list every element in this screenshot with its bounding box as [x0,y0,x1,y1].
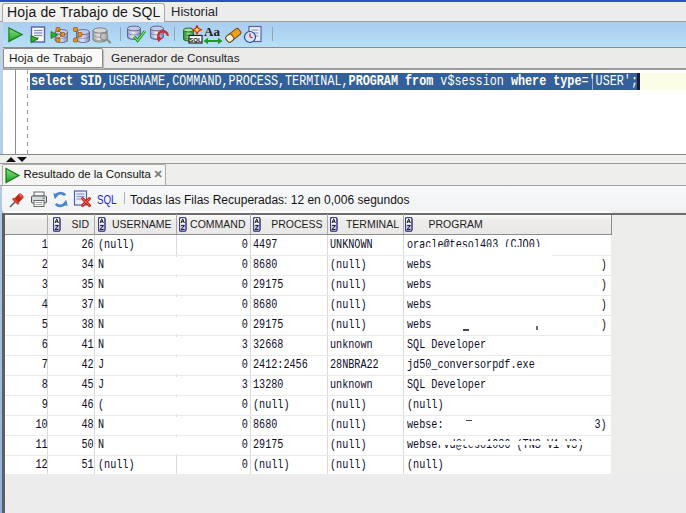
svg-text:Aa: Aa [204,25,220,39]
svg-text:SQL: SQL [189,37,202,43]
